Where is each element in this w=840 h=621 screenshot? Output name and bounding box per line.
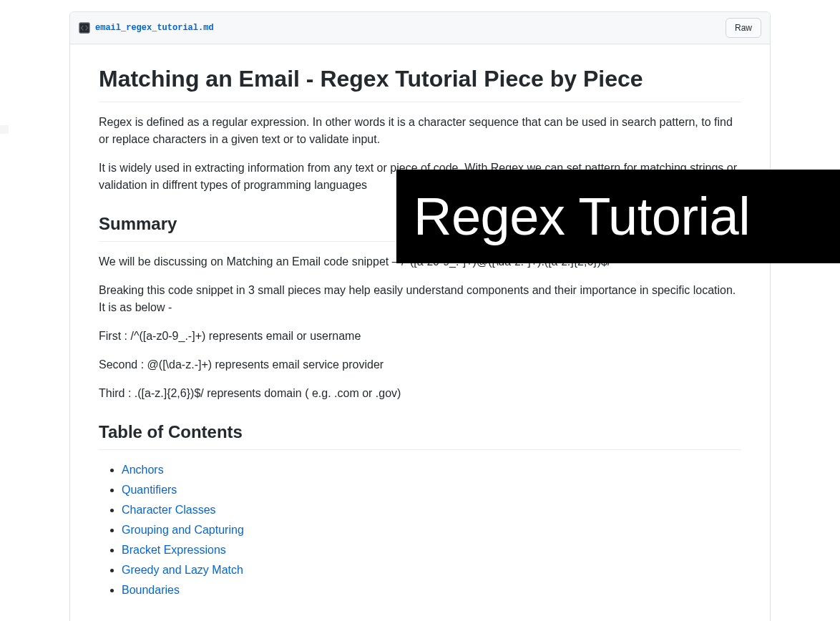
summary-p2: Breaking this code snippet in 3 small pi… <box>99 282 741 316</box>
toc-link-anchors[interactable]: Anchors <box>122 464 164 476</box>
summary-p4: Second : @([\da-z.-]+) represents email … <box>99 356 741 373</box>
list-item: Bracket Expressions <box>122 542 741 559</box>
toc-link-bracket-expressions[interactable]: Bracket Expressions <box>122 544 226 556</box>
toc-heading: Table of Contents <box>99 419 741 450</box>
gist-file-box: email_regex_tutorial.md Raw Matching an … <box>69 11 771 621</box>
page-title: Matching an Email - Regex Tutorial Piece… <box>99 62 741 102</box>
list-item: Anchors <box>122 461 741 479</box>
list-item: Greedy and Lazy Match <box>122 562 741 579</box>
intro-paragraph-1: Regex is defined as a regular expression… <box>99 114 741 148</box>
summary-p5: Third : .([a-z.]{2,6})$/ represents doma… <box>99 385 741 402</box>
summary-p3: First : /^([a-z0-9_.-]+) represents emai… <box>99 328 741 345</box>
toc-link-quantifiers[interactable]: Quantifiers <box>122 484 177 496</box>
filename-link[interactable]: email_regex_tutorial.md <box>95 23 214 33</box>
readme-content: Matching an Email - Regex Tutorial Piece… <box>70 44 770 621</box>
toc-link-character-classes[interactable]: Character Classes <box>122 504 216 516</box>
toc-link-greedy-lazy[interactable]: Greedy and Lazy Match <box>122 564 243 576</box>
list-item: Boundaries <box>122 582 741 599</box>
list-item: Grouping and Capturing <box>122 522 741 539</box>
raw-button[interactable]: Raw <box>726 18 761 38</box>
left-edge-sliver <box>0 125 9 134</box>
code-icon <box>79 22 90 34</box>
toc-list: Anchors Quantifiers Character Classes Gr… <box>99 461 741 599</box>
overlay-text: Regex Tutorial <box>414 186 750 247</box>
overlay-banner: Regex Tutorial <box>396 170 840 263</box>
gist-header: email_regex_tutorial.md Raw <box>70 12 770 44</box>
toc-link-boundaries[interactable]: Boundaries <box>122 584 180 596</box>
file-info: email_regex_tutorial.md <box>79 22 214 34</box>
list-item: Quantifiers <box>122 481 741 499</box>
list-item: Character Classes <box>122 502 741 519</box>
toc-link-grouping-capturing[interactable]: Grouping and Capturing <box>122 524 244 536</box>
